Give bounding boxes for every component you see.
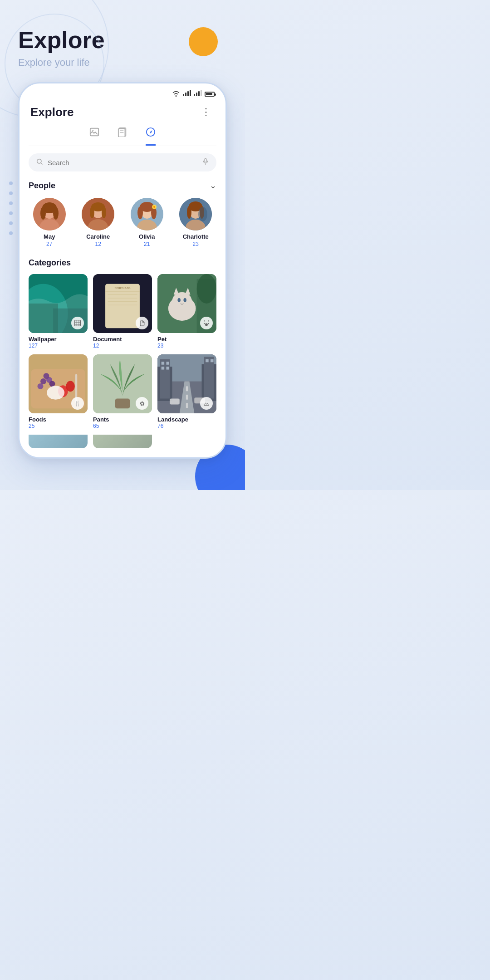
person-name-charlotte: Charlotte bbox=[183, 233, 209, 240]
category-name-document: Document bbox=[93, 336, 152, 343]
svg-rect-42 bbox=[75, 320, 81, 326]
person-count-may: 27 bbox=[46, 241, 52, 247]
category-count-wallpaper: 127 bbox=[29, 343, 88, 349]
search-icon bbox=[36, 158, 43, 167]
svg-rect-97 bbox=[170, 399, 180, 405]
category-name-pants: Pants bbox=[93, 416, 152, 423]
svg-rect-92 bbox=[167, 367, 170, 370]
svg-point-27 bbox=[137, 206, 143, 219]
category-name-landscape: Landscape bbox=[157, 416, 216, 423]
svg-rect-81 bbox=[115, 399, 130, 409]
svg-point-62 bbox=[177, 298, 181, 302]
category-item-wallpaper[interactable]: Wallpaper 127 bbox=[29, 274, 88, 349]
person-item-olivia[interactable]: Olivia 21 bbox=[131, 198, 163, 247]
categories-section: Categories bbox=[29, 258, 216, 429]
svg-rect-90 bbox=[167, 362, 170, 365]
svg-point-77 bbox=[66, 381, 75, 392]
svg-rect-86 bbox=[186, 403, 188, 408]
category-count-pet: 23 bbox=[157, 343, 216, 349]
people-section-header: People ⌄ bbox=[29, 181, 216, 191]
svg-rect-95 bbox=[206, 359, 209, 363]
category-count-pants: 65 bbox=[93, 423, 152, 429]
photos-tab-icon bbox=[89, 127, 99, 140]
app-header-title: Explore bbox=[30, 105, 74, 119]
avatar-caroline bbox=[82, 198, 114, 230]
category-name-foods: Foods bbox=[29, 416, 88, 423]
tab-bar bbox=[29, 127, 216, 146]
battery-icon bbox=[205, 90, 215, 98]
person-item-may[interactable]: May 27 bbox=[33, 198, 66, 247]
app-content: Explore ⋮ bbox=[20, 101, 225, 457]
svg-rect-91 bbox=[162, 367, 165, 370]
tab-photos[interactable] bbox=[89, 127, 99, 146]
person-count-charlotte: 23 bbox=[193, 241, 199, 247]
search-bar[interactable] bbox=[29, 153, 216, 172]
app-header: Explore ⋮ bbox=[29, 101, 216, 127]
svg-point-68 bbox=[205, 323, 208, 326]
status-icons bbox=[172, 90, 215, 98]
svg-point-67 bbox=[208, 323, 209, 324]
status-bar bbox=[20, 83, 225, 101]
tab-explore[interactable] bbox=[146, 127, 156, 146]
svg-point-59 bbox=[172, 292, 192, 310]
svg-point-30 bbox=[153, 206, 155, 208]
pants-badge-icon: ✿ bbox=[136, 397, 148, 410]
svg-point-75 bbox=[38, 383, 44, 389]
category-item-landscape[interactable]: Landscape 76 bbox=[157, 354, 216, 429]
category-name-pet: Pet bbox=[157, 336, 216, 343]
category-item-pants[interactable]: ✿ Pants 65 bbox=[93, 354, 152, 429]
svg-point-16 bbox=[53, 207, 59, 220]
foods-badge-icon: 🍴 bbox=[71, 397, 84, 410]
person-item-charlotte[interactable]: Charlotte 23 bbox=[179, 198, 212, 247]
person-name-olivia: Olivia bbox=[139, 233, 155, 240]
people-row: May 27 Caroline 12 bbox=[29, 198, 216, 247]
mic-icon[interactable] bbox=[202, 158, 209, 167]
svg-point-64 bbox=[204, 320, 205, 321]
category-item-document[interactable]: EPHESIANS Document 12 bbox=[93, 274, 152, 349]
person-item-caroline[interactable]: Caroline 12 bbox=[82, 198, 114, 247]
person-count-caroline: 12 bbox=[95, 241, 101, 247]
wallpaper-badge-icon bbox=[71, 317, 84, 329]
svg-rect-9 bbox=[205, 159, 206, 162]
pet-badge-icon bbox=[200, 317, 213, 329]
svg-rect-3 bbox=[118, 129, 125, 137]
more-categories-hint bbox=[29, 435, 216, 448]
category-count-landscape: 76 bbox=[157, 423, 216, 429]
svg-rect-85 bbox=[186, 395, 188, 400]
category-thumb-pants: ✿ bbox=[93, 354, 152, 413]
category-thumb-pet bbox=[157, 274, 216, 333]
svg-point-63 bbox=[183, 298, 186, 302]
svg-rect-84 bbox=[186, 387, 188, 392]
person-name-may: May bbox=[44, 233, 55, 240]
signal-icon-2 bbox=[194, 90, 202, 98]
avatar-may bbox=[33, 198, 66, 230]
person-name-caroline: Caroline bbox=[86, 233, 110, 240]
svg-point-73 bbox=[44, 373, 49, 379]
decoration-orange-circle bbox=[189, 27, 218, 56]
signal-icon-1 bbox=[183, 90, 191, 98]
svg-point-78 bbox=[47, 386, 64, 400]
svg-point-57 bbox=[197, 274, 216, 304]
svg-point-22 bbox=[102, 206, 106, 218]
svg-rect-89 bbox=[162, 362, 165, 365]
landscape-badge-icon bbox=[200, 397, 213, 410]
category-item-foods[interactable]: 🍴 Foods 25 bbox=[29, 354, 88, 429]
category-thumb-landscape bbox=[157, 354, 216, 413]
category-count-document: 12 bbox=[93, 343, 152, 349]
tab-albums[interactable] bbox=[118, 127, 127, 146]
svg-rect-96 bbox=[211, 359, 214, 363]
svg-point-35 bbox=[187, 206, 191, 219]
svg-point-37 bbox=[198, 207, 207, 221]
avatar-charlotte bbox=[179, 198, 212, 230]
svg-line-8 bbox=[41, 163, 42, 164]
menu-button[interactable]: ⋮ bbox=[197, 104, 215, 120]
albums-tab-icon bbox=[118, 127, 127, 140]
page-subtitle: Explore your life bbox=[18, 57, 227, 69]
avatar-olivia bbox=[131, 198, 163, 230]
svg-point-1 bbox=[92, 130, 93, 132]
search-input[interactable] bbox=[48, 159, 197, 167]
category-item-pet[interactable]: Pet 23 bbox=[157, 274, 216, 349]
people-chevron-icon[interactable]: ⌄ bbox=[210, 181, 216, 191]
svg-rect-88 bbox=[160, 359, 170, 399]
people-section-title: People bbox=[29, 181, 55, 191]
